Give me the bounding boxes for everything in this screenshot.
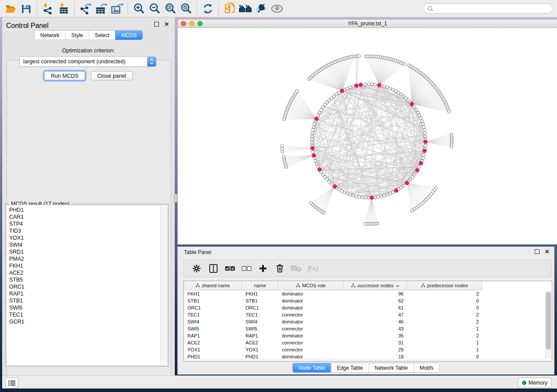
tab-style[interactable]: Style xyxy=(66,31,89,40)
tab-mcds[interactable]: MCDS xyxy=(115,31,142,40)
clone-network-icon[interactable] xyxy=(222,2,238,16)
table-cell: ORC1 xyxy=(242,304,278,311)
mcds-result-list[interactable]: PHD1CAR1STP4TID3YOX1SWI4SRD1PMA2FKH1ACE2… xyxy=(6,205,168,366)
mcds-result-item[interactable]: STB1 xyxy=(9,297,159,304)
table-cell: 2 xyxy=(407,318,482,325)
mcds-result-item[interactable]: ORC1 xyxy=(9,283,159,290)
table-cell: connector xyxy=(278,339,344,346)
mcds-result-item[interactable]: STP4 xyxy=(9,220,159,227)
import-network-icon[interactable] xyxy=(40,2,56,16)
mcds-result-item[interactable]: TEC1 xyxy=(9,311,159,318)
criterion-dropdown[interactable]: largest connected component (undirected) xyxy=(19,56,156,67)
panel-splitter-grip[interactable] xyxy=(174,194,177,203)
table-row[interactable]: FKH1FKH1dominator962 xyxy=(184,290,482,297)
network-canvas[interactable] xyxy=(178,28,557,244)
network-view-window: YPA_prune.txt_1 xyxy=(177,20,557,244)
mcds-result-item[interactable]: SWI5 xyxy=(9,304,159,311)
control-panel: Control Panel ✕ NetworkStyleSelectMCDS O… xyxy=(2,17,175,389)
table-hscrollbar[interactable] xyxy=(184,358,545,361)
tab-network-table[interactable]: Network Table xyxy=(369,363,414,372)
mcds-result-item[interactable]: FKH1 xyxy=(9,262,159,269)
mcds-result-item[interactable]: STB5 xyxy=(9,276,159,283)
table-cell: dominator xyxy=(278,290,344,297)
list-icon xyxy=(8,380,15,386)
mcds-result-item[interactable]: CAR1 xyxy=(9,213,159,220)
export-table-icon[interactable] xyxy=(93,2,109,16)
table-scrollbar-thumb[interactable] xyxy=(546,292,551,350)
table-cell: 35 xyxy=(344,332,407,339)
run-mcds-button[interactable]: Run MCDS xyxy=(44,71,85,80)
column-header-successor-nodes[interactable]: successor nodes xyxy=(344,281,407,290)
table-cell: connector xyxy=(278,325,344,332)
zoom-selected-icon[interactable] xyxy=(178,2,194,16)
mcds-result-item[interactable]: RAP1 xyxy=(9,290,159,297)
table-row[interactable]: SWI4SWI4dominator462 xyxy=(184,318,482,325)
table-row[interactable]: YOX1YOX1connector291 xyxy=(184,346,482,353)
open-session-icon[interactable] xyxy=(3,2,18,16)
import-table-icon[interactable] xyxy=(56,2,72,16)
mcds-result-item[interactable]: SRD1 xyxy=(9,248,159,255)
memory-status-icon xyxy=(522,381,526,385)
mcds-result-item[interactable]: SWI4 xyxy=(9,241,159,248)
node-table[interactable]: shared namenameMCDS rolesuccessor nodesp… xyxy=(183,281,552,361)
hide-graphics-details-icon[interactable] xyxy=(253,2,269,16)
column-header-predecessor-nodes[interactable]: predecessor nodes xyxy=(407,281,482,290)
table-row[interactable]: RAP1RAP1dominator352 xyxy=(184,332,482,339)
table-scrollbar[interactable] xyxy=(545,290,551,358)
close-table-panel-icon[interactable]: ✕ xyxy=(544,249,550,254)
close-panel-button[interactable]: Close panel xyxy=(91,71,133,80)
table-settings-gear-icon[interactable] xyxy=(188,261,205,276)
list-scrollbar[interactable] xyxy=(160,206,167,365)
search-box[interactable] xyxy=(423,3,553,14)
add-column-icon[interactable] xyxy=(255,261,271,276)
tab-node-table[interactable]: Node Table xyxy=(293,363,331,372)
save-session-icon[interactable] xyxy=(18,2,34,16)
show-columns-icon[interactable] xyxy=(205,261,221,276)
tab-motifs[interactable]: Motifs xyxy=(414,363,439,372)
tab-select[interactable]: Select xyxy=(89,31,115,40)
export-image-icon[interactable] xyxy=(109,2,125,16)
zoom-out-icon[interactable] xyxy=(147,2,163,16)
sample-networks-icon[interactable] xyxy=(238,2,253,16)
zoom-fit-icon[interactable] xyxy=(163,2,178,16)
panel-visibility-button[interactable] xyxy=(5,378,18,389)
delete-column-icon[interactable] xyxy=(271,261,288,276)
table-cell: FKH1 xyxy=(184,290,242,297)
export-network-icon[interactable] xyxy=(78,2,93,16)
close-panel-icon[interactable]: ✕ xyxy=(164,21,170,27)
table-cell: RAP1 xyxy=(242,332,278,339)
mcds-result-item[interactable]: GCR1 xyxy=(9,318,159,325)
table-row[interactable]: ORC1ORC1dominator610 xyxy=(184,304,482,311)
column-header-name[interactable]: name xyxy=(242,281,278,290)
network-nodes[interactable] xyxy=(280,55,453,226)
table-row[interactable]: SWI5SWI5connector431 xyxy=(184,325,482,332)
table-row[interactable]: ACE2ACE2connector311 xyxy=(184,339,482,346)
criterion-dropdown-value: largest connected component (undirected) xyxy=(20,58,147,65)
tab-edge-table[interactable]: Edge Table xyxy=(331,363,369,372)
refresh-view-icon[interactable] xyxy=(200,2,216,16)
tab-network[interactable]: Network xyxy=(35,31,66,40)
deselect-all-icon[interactable] xyxy=(238,261,255,276)
zoom-in-icon[interactable] xyxy=(131,2,147,16)
network-window-titlebar[interactable]: YPA_prune.txt_1 xyxy=(178,20,557,28)
table-cell: 47 xyxy=(344,311,407,318)
mcds-result-item[interactable]: ACE2 xyxy=(9,269,159,276)
table-row[interactable]: STB1STB1dominator620 xyxy=(184,297,482,304)
select-all-icon[interactable] xyxy=(221,261,238,276)
mcds-result-item[interactable]: YOX1 xyxy=(9,234,159,241)
birdseye-view-icon[interactable] xyxy=(269,2,285,16)
mcds-result-item[interactable]: PMA2 xyxy=(9,255,159,262)
table-panel: Table Panel ✕ xyxy=(177,247,554,375)
float-panel-icon[interactable] xyxy=(154,21,159,27)
table-row[interactable]: TEC1TEC1connector472 xyxy=(184,311,482,318)
column-header-MCDS-role[interactable]: MCDS role xyxy=(278,281,344,290)
table-cell: 43 xyxy=(344,325,407,332)
search-input[interactable] xyxy=(433,5,549,12)
table-cell: 62 xyxy=(344,297,407,304)
float-table-panel-icon[interactable] xyxy=(534,249,540,254)
mcds-result-item[interactable]: PHD1 xyxy=(9,206,159,213)
memory-button[interactable]: Memory xyxy=(518,378,552,388)
mcds-result-item[interactable]: TID3 xyxy=(9,227,159,234)
table-cell: 29 xyxy=(344,346,407,353)
column-header-shared-name[interactable]: shared name xyxy=(184,281,242,290)
